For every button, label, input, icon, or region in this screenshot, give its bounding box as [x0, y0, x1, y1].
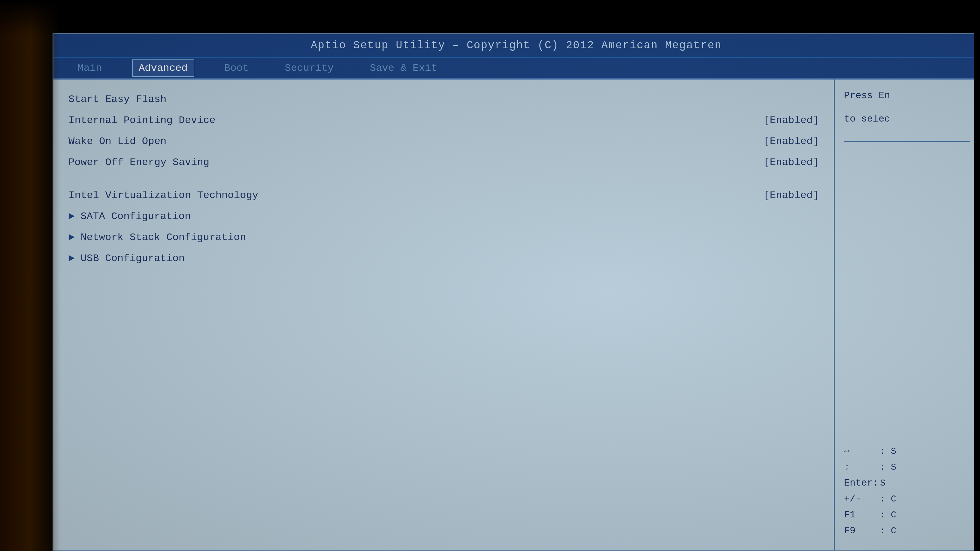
menu-item-usb-config[interactable]: ► USB Configuration: [68, 251, 819, 266]
help-panel: Press En to selec ↔ : S ↕ : S Enter: S: [835, 79, 979, 550]
menu-item-start-easy-flash[interactable]: Start Easy Flash: [68, 92, 819, 107]
network-stack-label: Network Stack Configuration: [81, 232, 819, 243]
enter-desc: S: [880, 478, 885, 488]
key-help-updown: ↕ : S: [844, 462, 970, 473]
key-help-f1: F1 : C: [844, 509, 970, 520]
help-text-line2: to selec: [844, 112, 970, 126]
internal-pointing-value: [Enabled]: [764, 114, 819, 126]
help-text-line1: Press En: [844, 89, 970, 103]
menu-item-sata-config[interactable]: ► SATA Configuration: [68, 209, 819, 224]
start-easy-flash-label: Start Easy Flash: [68, 94, 819, 105]
nav-security[interactable]: Security: [278, 60, 340, 76]
menu-item-power-off-energy[interactable]: Power Off Energy Saving [Enabled]: [68, 154, 819, 170]
enter-label: Enter:: [844, 478, 880, 489]
power-off-energy-label: Power Off Energy Saving: [68, 157, 751, 168]
menu-item-network-stack[interactable]: ► Network Stack Configuration: [68, 230, 819, 245]
leftright-desc: : S: [880, 446, 896, 456]
wake-on-lid-value: [Enabled]: [764, 136, 819, 147]
content-area: Start Easy Flash Internal Pointing Devic…: [53, 79, 979, 550]
key-help-f9: F9 : C: [844, 525, 970, 536]
menu-item-intel-virt[interactable]: Intel Virtualization Technology [Enabled…: [68, 187, 819, 203]
usb-arrow-icon: ►: [68, 253, 75, 264]
power-off-energy-value: [Enabled]: [764, 157, 819, 168]
f9-desc: : C: [880, 526, 896, 536]
key-help-enter: Enter: S: [844, 478, 970, 489]
plusminus-desc: : C: [880, 494, 896, 504]
network-arrow-icon: ►: [68, 232, 75, 243]
menu-item-wake-on-lid[interactable]: Wake On Lid Open [Enabled]: [68, 133, 819, 149]
key-help-plusminus: +/- : C: [844, 493, 970, 505]
key-help-section: ↔ : S ↕ : S Enter: S +/- : C: [844, 446, 970, 541]
spacer-1: [68, 176, 819, 187]
wake-on-lid-label: Wake On Lid Open: [68, 136, 751, 147]
key-help-leftright: ↔ : S: [844, 446, 970, 457]
main-panel: Start Easy Flash Internal Pointing Devic…: [53, 79, 835, 550]
intel-virt-value: [Enabled]: [764, 190, 819, 201]
nav-main[interactable]: Main: [72, 60, 108, 76]
sata-arrow-icon: ►: [68, 211, 75, 222]
nav-advanced[interactable]: Advanced: [132, 59, 194, 77]
intel-virt-label: Intel Virtualization Technology: [68, 190, 751, 201]
dark-left-edge: [0, 0, 60, 551]
dark-right-edge: [974, 0, 980, 551]
f9-label: F9: [844, 525, 880, 536]
title-bar: Aptio Setup Utility – Copyright (C) 2012…: [53, 34, 979, 58]
updown-desc: : S: [880, 462, 896, 472]
menu-item-internal-pointing[interactable]: Internal Pointing Device [Enabled]: [68, 113, 819, 128]
help-divider: [844, 141, 970, 142]
nav-save-exit[interactable]: Save & Exit: [364, 60, 443, 76]
sata-config-label: SATA Configuration: [81, 211, 819, 222]
internal-pointing-label: Internal Pointing Device: [68, 114, 751, 126]
f1-label: F1: [844, 509, 880, 520]
plusminus-label: +/-: [844, 493, 880, 505]
outer-frame: Aptio Setup Utility – Copyright (C) 2012…: [0, 0, 980, 551]
title-text: Aptio Setup Utility – Copyright (C) 2012…: [311, 39, 722, 52]
nav-bar: Main Advanced Boot Security Save & Exit: [53, 58, 979, 79]
nav-boot[interactable]: Boot: [218, 60, 255, 76]
bios-screen: Aptio Setup Utility – Copyright (C) 2012…: [52, 33, 980, 551]
updown-icon: ↕: [844, 462, 880, 473]
usb-config-label: USB Configuration: [81, 253, 819, 264]
leftright-icon: ↔: [844, 446, 880, 457]
dark-top-edge: [0, 0, 980, 36]
f1-desc: : C: [880, 510, 896, 520]
